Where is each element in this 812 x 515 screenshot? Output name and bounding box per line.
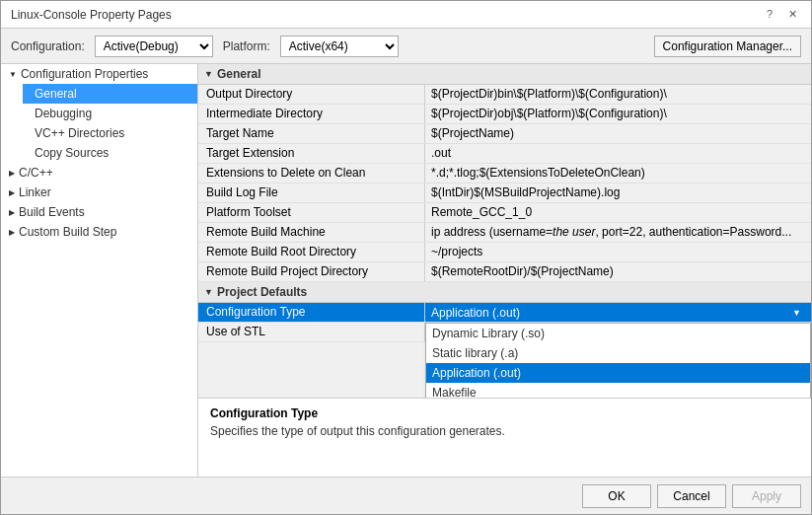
- prop-row-output-dir[interactable]: Output Directory $(ProjectDir)bin\$(Plat…: [198, 85, 811, 105]
- root-chevron-icon: ▼: [9, 70, 17, 79]
- sidebar-root-label: Configuration Properties: [21, 67, 148, 81]
- cpp-chevron-icon: ▶: [9, 169, 15, 178]
- prop-row-remote-root-dir[interactable]: Remote Build Root Directory ~/projects: [198, 243, 811, 262]
- prop-name-target-ext: Target Extension: [198, 144, 425, 163]
- prop-row-extensions-delete[interactable]: Extensions to Delete on Clean *.d;*.tlog…: [198, 164, 811, 184]
- project-defaults-chevron-icon: ▼: [204, 287, 213, 297]
- prop-row-target-name[interactable]: Target Name $(ProjectName): [198, 124, 811, 144]
- prop-value-config-type[interactable]: Application (.out) ▼: [425, 303, 811, 322]
- help-button[interactable]: ?: [763, 8, 776, 21]
- platform-select[interactable]: Active(x64): [280, 36, 399, 57]
- sidebar: ▼ Configuration Properties General Debug…: [1, 64, 198, 477]
- sidebar-linker-label: Linker: [19, 185, 51, 199]
- properties-section: ▼ General Output Directory $(ProjectDir)…: [198, 64, 811, 398]
- prop-name-target-name: Target Name: [198, 124, 425, 143]
- sidebar-item-linker[interactable]: ▶ Linker: [1, 183, 197, 202]
- project-defaults-section-header[interactable]: ▼ Project Defaults: [198, 282, 811, 303]
- prop-value-output-dir: $(ProjectDir)bin\$(Platform)\$(Configura…: [425, 85, 811, 104]
- right-panel: ▼ General Output Directory $(ProjectDir)…: [198, 64, 811, 477]
- prop-value-remote-build-machine: ip address (username=the user, port=22, …: [425, 223, 811, 242]
- prop-name-remote-root-dir: Remote Build Root Directory: [198, 243, 425, 261]
- dropdown-item-dynamic-lib[interactable]: Dynamic Library (.so): [426, 324, 810, 343]
- prop-row-config-type[interactable]: Configuration Type Application (.out) ▼ …: [198, 303, 811, 323]
- config-select[interactable]: Active(Debug): [95, 36, 213, 57]
- sidebar-item-debugging[interactable]: Debugging: [23, 104, 197, 123]
- main-content: ▼ Configuration Properties General Debug…: [1, 64, 811, 477]
- dropdown-item-application[interactable]: Application (.out): [426, 363, 810, 383]
- prop-row-remote-build-machine[interactable]: Remote Build Machine ip address (usernam…: [198, 223, 811, 243]
- platform-label: Platform:: [223, 39, 270, 53]
- prop-value-platform-toolset: Remote_GCC_1_0: [425, 203, 811, 222]
- prop-value-extensions-delete: *.d;*.tlog;$(ExtensionsToDeleteOnClean): [425, 164, 811, 183]
- sidebar-item-custom-build[interactable]: ▶ Custom Build Step: [1, 222, 197, 242]
- prop-value-intermediate-dir: $(ProjectDir)obj\$(Platform)\$(Configura…: [425, 105, 811, 123]
- prop-name-intermediate-dir: Intermediate Directory: [198, 105, 425, 123]
- prop-name-platform-toolset: Platform Toolset: [198, 203, 425, 222]
- description-text: Specifies the type of output this config…: [210, 424, 799, 438]
- custom-build-chevron-icon: ▶: [9, 228, 15, 237]
- sidebar-build-events-label: Build Events: [19, 205, 85, 219]
- sidebar-children: General Debugging VC++ Directories Copy …: [1, 84, 197, 163]
- sidebar-item-vc-dirs[interactable]: VC++ Directories: [23, 123, 197, 143]
- prop-name-build-log: Build Log File: [198, 184, 425, 202]
- sidebar-item-general[interactable]: General: [23, 84, 197, 104]
- config-manager-button[interactable]: Configuration Manager...: [654, 36, 801, 57]
- config-label: Configuration:: [11, 39, 85, 53]
- sidebar-root-header[interactable]: ▼ Configuration Properties: [1, 64, 197, 84]
- general-section-header[interactable]: ▼ General: [198, 64, 811, 85]
- title-bar: Linux-Console Property Pages ? ✕: [1, 1, 811, 29]
- prop-name-config-type: Configuration Type: [198, 303, 425, 322]
- project-defaults-section-title: Project Defaults: [217, 285, 307, 299]
- prop-value-remote-proj-dir: $(RemoteRootDir)/$(ProjectName): [425, 262, 811, 281]
- window-title: Linux-Console Property Pages: [11, 8, 172, 22]
- cancel-button[interactable]: Cancel: [657, 484, 726, 508]
- prop-value-target-name: $(ProjectName): [425, 124, 811, 143]
- prop-name-remote-proj-dir: Remote Build Project Directory: [198, 262, 425, 281]
- property-pages-window: Linux-Console Property Pages ? ✕ Configu…: [0, 0, 812, 515]
- sidebar-item-cpp[interactable]: ▶ C/C++: [1, 163, 197, 183]
- description-area: Configuration Type Specifies the type of…: [198, 398, 811, 477]
- sidebar-cpp-label: C/C++: [19, 166, 53, 180]
- sidebar-item-build-events[interactable]: ▶ Build Events: [1, 202, 197, 222]
- prop-value-remote-root-dir: ~/projects: [425, 243, 811, 261]
- sidebar-item-copy-sources[interactable]: Copy Sources: [23, 143, 197, 163]
- title-bar-controls: ? ✕: [763, 8, 801, 21]
- build-events-chevron-icon: ▶: [9, 208, 15, 217]
- general-section-title: General: [217, 67, 261, 81]
- config-type-dropdown: Dynamic Library (.so) Static library (.a…: [425, 323, 811, 398]
- prop-row-intermediate-dir[interactable]: Intermediate Directory $(ProjectDir)obj\…: [198, 105, 811, 124]
- general-section-chevron-icon: ▼: [204, 69, 213, 79]
- prop-row-build-log[interactable]: Build Log File $(IntDir)$(MSBuildProject…: [198, 184, 811, 203]
- config-type-dropdown-arrow-icon[interactable]: ▼: [792, 308, 801, 318]
- prop-name-use-stl: Use of STL: [198, 323, 425, 341]
- toolbar: Configuration: Active(Debug) Platform: A…: [1, 29, 811, 64]
- dropdown-item-static-lib[interactable]: Static library (.a): [426, 343, 810, 363]
- linker-chevron-icon: ▶: [9, 188, 15, 197]
- prop-row-target-ext[interactable]: Target Extension .out: [198, 144, 811, 164]
- sidebar-custom-build-label: Custom Build Step: [19, 225, 116, 239]
- apply-button[interactable]: Apply: [732, 484, 801, 508]
- prop-value-target-ext: .out: [425, 144, 811, 163]
- prop-row-platform-toolset[interactable]: Platform Toolset Remote_GCC_1_0: [198, 203, 811, 223]
- dropdown-item-makefile[interactable]: Makefile: [426, 383, 810, 398]
- prop-row-remote-proj-dir[interactable]: Remote Build Project Directory $(RemoteR…: [198, 262, 811, 282]
- close-button[interactable]: ✕: [784, 8, 801, 21]
- prop-value-build-log: $(IntDir)$(MSBuildProjectName).log: [425, 184, 811, 202]
- prop-name-remote-build-machine: Remote Build Machine: [198, 223, 425, 242]
- bottom-bar: OK Cancel Apply: [1, 477, 811, 514]
- ok-button[interactable]: OK: [582, 484, 651, 508]
- config-type-value: Application (.out): [431, 306, 520, 320]
- prop-name-extensions-delete: Extensions to Delete on Clean: [198, 164, 425, 183]
- prop-name-output-dir: Output Directory: [198, 85, 425, 104]
- description-title: Configuration Type: [210, 406, 799, 420]
